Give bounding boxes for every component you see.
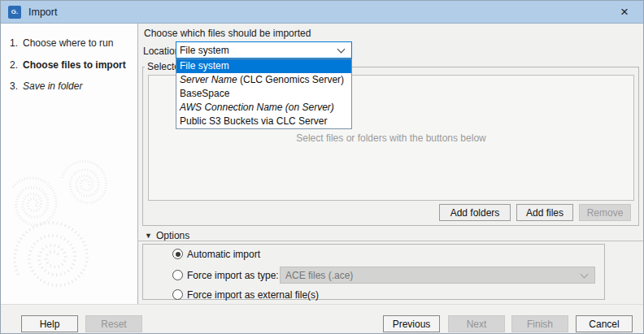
reset-button: Reset [85,315,142,332]
add-folders-button[interactable]: Add folders [439,204,511,221]
step-label: Choose files to import [23,59,126,71]
radio-automatic-import[interactable] [172,249,183,259]
options-group: Automatic import Force import as type: A… [142,244,605,300]
location-combobox[interactable]: File system [176,41,352,59]
step-label: Choose where to run [23,37,113,49]
help-button[interactable]: Help [21,315,78,332]
wizard-content: Choose which files should be imported Lo… [138,24,644,304]
next-button: Next [448,315,505,332]
radio-force-import-external[interactable] [172,289,183,300]
step-label: Save in folder [23,80,82,92]
collapse-triangle-icon: ▼ [145,232,152,240]
options-header-label: Options [156,230,189,241]
step-number: 1. [10,37,23,49]
close-icon[interactable]: × [616,4,633,20]
dropdown-option-server-name[interactable]: Server Name (CLC Genomics Server) [176,73,351,87]
dropdown-option-file-system[interactable]: File system [176,59,351,73]
location-combobox-value: File system [180,45,338,56]
chevron-down-icon [337,45,346,53]
previous-button[interactable]: Previous [383,315,440,332]
location-dropdown-list: File system Server Name (CLC Genomics Se… [176,59,352,129]
force-type-combobox: ACE files (.ace) [280,267,595,284]
window-title: Import [28,7,57,18]
dropdown-option-public-s3[interactable]: Public S3 Buckets via CLC Server [176,115,351,128]
options-section-header[interactable]: ▼ Options [145,230,189,241]
wizard-step-3: 3. Save in folder [1,80,138,92]
title-bar: G. Import × [1,1,644,24]
finish-button: Finish [511,315,568,332]
page-title: Choose which files should be imported [144,28,311,39]
footer-bar: Help Reset Previous Next Finish Cancel [1,304,644,334]
empty-state-text: Select files or folders with the buttons… [296,132,485,144]
wizard-step-1: 1. Choose where to run [1,37,138,49]
radio-force-import-type[interactable] [172,270,183,280]
step-number: 3. [10,80,23,92]
radio-automatic-import-label[interactable]: Automatic import [187,249,260,260]
dropdown-option-basespace[interactable]: BaseSpace [176,87,351,101]
wizard-step-2: 2. Choose files to import [1,59,138,71]
import-dialog: G. Import × 1. Choose where to run 2. Ch… [0,0,644,334]
force-type-combobox-value: ACE files (.ace) [285,270,581,281]
options-divider [138,241,644,241]
chevron-down-icon [581,270,589,278]
radio-force-import-type-label[interactable]: Force import as type: [187,270,279,281]
radio-force-import-external-label[interactable]: Force import as external file(s) [187,289,319,301]
app-icon: G. [8,6,21,19]
wizard-sidebar: 1. Choose where to run 2. Choose files t… [1,24,138,304]
step-number: 2. [10,59,23,71]
location-label: Location [143,46,180,57]
dropdown-option-aws-connection[interactable]: AWS Connection Name (on Server) [176,101,351,115]
add-files-button[interactable]: Add files [516,204,573,221]
cancel-button[interactable]: Cancel [576,315,633,332]
remove-button: Remove [579,204,631,221]
file-buttons-row: Add folders Add files Remove [439,204,631,221]
